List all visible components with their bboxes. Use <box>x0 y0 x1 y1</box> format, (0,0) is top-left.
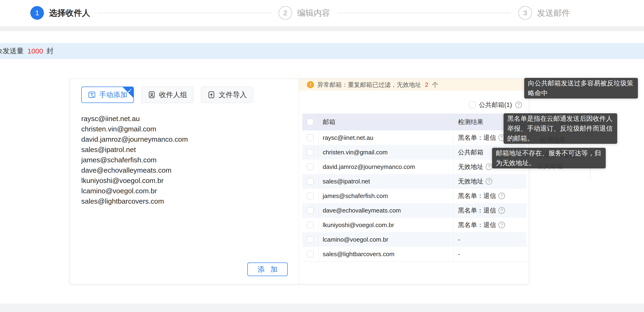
row-email: lcamino@voegol.com.br <box>318 232 454 247</box>
table-header: 邮箱 检测结果 <box>302 114 526 130</box>
email-line: david.jamroz@journeymanco.com <box>81 134 299 144</box>
row-email: christen.vin@gmail.com <box>318 145 454 160</box>
send-quota-bar: 余发送量 1000 封 <box>0 43 644 59</box>
tab-file-import[interactable]: 文件导入 <box>201 87 253 103</box>
check-icon: ✓ <box>127 87 132 94</box>
step-1-circle: 1 <box>30 6 44 20</box>
abnormal-mailbox-warning: ! 异常邮箱：重复邮箱已过滤，无效地址 2 个 <box>299 79 529 90</box>
row-email: lkuniyoshi@voegol.com.br <box>318 218 454 232</box>
table-row: lcamino@voegol.com.br- <box>302 232 526 247</box>
table-row: dave@echovalleymeats.com黑名单：退信? <box>302 203 526 218</box>
detection-result-section: ! 异常邮箱：重复邮箱已过滤，无效地址 2 个 公共邮箱(1) ? 邮箱 检测结… <box>299 79 529 284</box>
row-result: 黑名单：退信? <box>454 218 526 232</box>
warning-icon: ! <box>307 81 314 88</box>
divider-band <box>0 26 644 31</box>
row-checkbox[interactable] <box>307 193 314 199</box>
warning-text: 异常邮箱：重复邮箱已过滤，无效地址 <box>317 81 421 89</box>
email-line: james@schaferfish.com <box>81 155 299 165</box>
ghost-divider <box>590 168 590 180</box>
blacklist-tooltip: 黑名单是指在云邮通发送后因收件人举报、手动退订、反垃圾邮件而退信的邮箱。 <box>504 113 617 144</box>
row-result: 黑名单：退信? <box>454 203 526 218</box>
tab-label: 收件人组 <box>159 90 187 100</box>
email-line: dave@echovalleymeats.com <box>81 165 299 175</box>
public-mailbox-label: 公共邮箱(1) <box>479 101 512 109</box>
tab-recipient-group[interactable]: 收件人组 <box>142 87 194 103</box>
help-icon[interactable]: ? <box>486 178 492 185</box>
row-result: 黑名单：退信? <box>454 189 526 203</box>
row-checkbox[interactable] <box>307 207 314 214</box>
step-edit-content: 2 编辑内容 <box>278 6 330 20</box>
row-result: 无效地址? <box>454 174 526 189</box>
warning-suffix: 个 <box>432 81 438 89</box>
help-icon[interactable]: ? <box>498 222 505 228</box>
table-row: sales@lightbarcovers.com- <box>302 247 526 261</box>
recipient-group-icon <box>148 91 156 99</box>
invalid-address-tooltip: 邮箱地址不存在、服务不可达等，归为无效地址。 <box>492 148 606 168</box>
bottom-band <box>0 304 644 312</box>
manual-add-icon <box>88 91 96 99</box>
email-line: lkuniyoshi@voegol.com.br <box>81 175 299 186</box>
add-button[interactable]: 添 加 <box>247 263 288 276</box>
main-panel: 手动添加 ✓ 收件人组 文件导入 raysc@iinet.net.auchris <box>69 79 529 284</box>
row-checkbox[interactable] <box>307 236 314 243</box>
row-email: david.jamroz@journeymanco.com <box>318 160 454 174</box>
email-line: sales@ipatrol.net <box>81 144 299 155</box>
table-row: raysc@iinet.net.au黑名单：退信? <box>302 130 526 145</box>
email-line: raysc@iinet.net.au <box>81 114 299 124</box>
step-connector <box>98 13 271 13</box>
email-input-area[interactable]: raysc@iinet.net.auchristen.vin@gmail.com… <box>81 114 299 207</box>
wizard-stepper: 1 选择收件人 2 编辑内容 3 发送邮件 <box>0 0 644 26</box>
column-header-email: 邮箱 <box>318 114 454 130</box>
email-line: sales@lightbarcovers.com <box>81 196 299 206</box>
public-mailbox-checkbox[interactable] <box>469 102 476 108</box>
table-row: james@schaferfish.com黑名单：退信? <box>302 189 526 203</box>
row-result: - <box>454 247 526 261</box>
quota-prefix: 余发送量 <box>0 46 24 56</box>
help-icon[interactable]: ? <box>498 207 505 214</box>
row-result: - <box>454 232 526 247</box>
table-row: sales@ipatrol.net无效地址? <box>302 174 526 189</box>
email-line: lcamino@voegol.com.br <box>81 186 299 196</box>
row-checkbox[interactable] <box>307 251 314 257</box>
step-connector <box>338 13 511 13</box>
public-mailbox-tooltip: 向公共邮箱发送过多容易被反垃圾策略命中 <box>524 78 638 98</box>
select-all-checkbox[interactable] <box>307 119 314 125</box>
public-mailbox-filter: 公共邮箱(1) ? <box>299 99 529 111</box>
row-email: james@schaferfish.com <box>318 189 454 203</box>
help-icon[interactable]: ? <box>486 164 492 170</box>
file-import-icon <box>208 91 215 99</box>
step-2-circle: 2 <box>278 6 292 20</box>
row-checkbox[interactable] <box>307 178 314 185</box>
invalid-count: 2 <box>425 81 428 88</box>
tab-label: 手动添加 <box>99 90 127 100</box>
step-2-label: 编辑内容 <box>297 7 330 18</box>
row-email: raysc@iinet.net.au <box>318 130 454 145</box>
quota-amount: 1000 <box>28 47 43 55</box>
step-3-circle: 3 <box>518 6 532 20</box>
table-row: lkuniyoshi@voegol.com.br黑名单：退信? <box>302 218 526 232</box>
public-mailbox-help-icon[interactable]: ? <box>515 102 522 108</box>
row-email: dave@echovalleymeats.com <box>318 203 454 218</box>
step-1-label: 选择收件人 <box>49 7 90 18</box>
quota-suffix: 封 <box>46 46 54 56</box>
row-checkbox[interactable] <box>307 134 314 141</box>
detection-table: 邮箱 检测结果 raysc@iinet.net.au黑名单：退信?christe… <box>302 114 526 262</box>
step-select-recipients: 1 选择收件人 <box>30 6 90 20</box>
row-email: sales@ipatrol.net <box>318 174 454 189</box>
row-checkbox[interactable] <box>307 149 314 156</box>
tab-manual-add[interactable]: 手动添加 ✓ <box>81 87 134 103</box>
row-email: sales@lightbarcovers.com <box>318 247 454 261</box>
step-3-label: 发送邮件 <box>537 7 570 18</box>
row-checkbox[interactable] <box>307 222 314 228</box>
tab-label: 文件导入 <box>219 90 247 100</box>
row-checkbox[interactable] <box>307 164 314 170</box>
help-icon[interactable]: ? <box>498 193 505 199</box>
add-mode-tabs: 手动添加 ✓ 收件人组 文件导入 <box>81 87 299 103</box>
email-line: christen.vin@gmail.com <box>81 124 299 134</box>
recipient-input-section: 手动添加 ✓ 收件人组 文件导入 raysc@iinet.net.auchris <box>70 79 299 284</box>
step-send-mail: 3 发送邮件 <box>518 6 570 20</box>
